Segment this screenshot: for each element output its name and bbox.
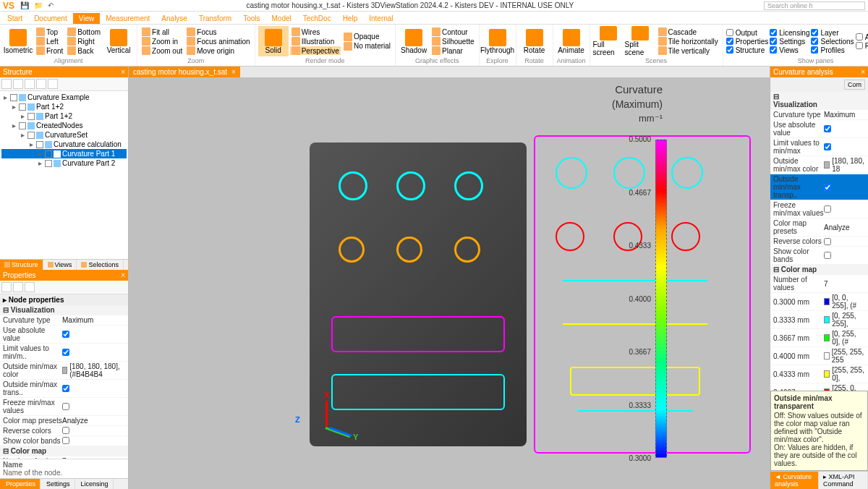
ribbon-tab-view[interactable]: View [73,13,101,24]
save-icon[interactable]: 💾 [20,1,29,9]
planar-button[interactable]: Planar [430,46,475,55]
props-row[interactable]: 0.3000 mm [0, 0, 255], (# [770,293,868,311]
props-row[interactable]: ⊟ Visualization [770,92,868,110]
props-row[interactable]: Outside min/max color [180, 180, 180], (… [0,362,128,380]
attachments-check[interactable]: Attachments [856,33,868,41]
right-tab[interactable]: ◄ Curvature analysis [770,472,819,489]
right-button[interactable]: Right [66,37,102,46]
ribbon-tab-measurement[interactable]: Measurement [100,13,156,24]
move-origin-button[interactable]: Move origin [185,46,251,55]
props-row[interactable]: Color map presetsAnalyze [0,416,128,426]
tile-v-button[interactable]: Tile vertically [657,46,720,55]
collapse-all-button[interactable] [13,79,23,89]
bottom-button[interactable]: Bottom [66,27,102,36]
fullscreen-button[interactable]: Full screen [593,26,624,56]
left-button[interactable]: Left [35,37,64,46]
props-row[interactable]: ⊟ Visualization [0,305,128,315]
flythrough-button[interactable]: Flythrough [482,26,513,56]
open-icon[interactable]: 📁 [34,1,43,9]
front-button[interactable]: Front [35,46,64,55]
tree-node[interactable]: ▸Curvature calculation [1,140,127,149]
panel-tab-views[interactable]: Views [43,260,77,270]
output-check[interactable]: Output [726,29,769,37]
properties-check[interactable]: Properties [726,38,769,46]
structure-tree[interactable]: ▸Curvature Example▸Part 1+2▸Part 1+2▸Cre… [0,91,128,259]
structure-check[interactable]: Structure [726,46,769,54]
tree-node[interactable]: ▸Curvature Part 2 [1,158,127,168]
illustration-button[interactable]: Illustration [290,37,341,46]
props-row[interactable]: 0.3333 mm [0, 255, 255], [770,311,868,329]
undo-icon[interactable]: ↶ [48,1,54,9]
tb-btn-3[interactable] [25,79,35,89]
props-row[interactable]: Outside min/max transp.. [770,174,868,200]
panel-tab-structure[interactable]: Structure [0,260,43,270]
search-input[interactable]: Search online h [764,1,865,10]
props-row[interactable]: Show color bands [0,436,128,446]
props-row[interactable]: Reverse colors [770,237,868,247]
compute-button[interactable]: Com [844,80,865,90]
panel-tab-selections[interactable]: Selections [77,260,124,270]
bottom-tab-settings[interactable]: Settings [41,479,75,489]
bottom-tab-properties[interactable]: Properties [0,479,41,489]
tree-node[interactable]: ▸Curvature Example [1,93,127,102]
props-row[interactable]: Show color bands [770,247,868,265]
props-tb-3[interactable] [25,282,35,292]
views-check[interactable]: Views [770,46,809,54]
ribbon-tab-tools[interactable]: Tools [237,13,265,24]
props-row[interactable]: Freeze min/max values [770,200,868,218]
viewport[interactable]: Curvature (Maximum) mm⁻¹ 0.50000.46670.4… [129,77,770,489]
props-row[interactable]: Outside min/max trans.. [0,380,128,398]
pmi-check[interactable]: PMI [856,42,868,50]
props-row[interactable]: Reverse colors [0,426,128,436]
rotate-button[interactable]: Rotate [519,26,550,56]
props-row[interactable]: Outside min/max color [180, 180, 18 [770,156,868,174]
ribbon-tab-start[interactable]: Start [1,13,28,24]
props-tb-2[interactable] [13,282,23,292]
props-row[interactable]: Use absolute value [770,120,868,138]
props-row[interactable]: Limit values to min/m.. [0,344,128,362]
ribbon-tab-techdoc[interactable]: TechDoc [297,13,337,24]
close-icon[interactable]: × [231,68,236,76]
ribbon-tab-internal[interactable]: Internal [363,13,399,24]
tb-btn-4[interactable] [36,79,46,89]
props-tb-1[interactable] [1,282,12,292]
ribbon-tab-help[interactable]: Help [337,13,364,24]
tree-node[interactable]: ▸CreatedNodes [1,121,127,130]
fit-all-button[interactable]: Fit all [140,27,184,36]
animate-button[interactable]: Animate [556,26,587,56]
axis-gizmo[interactable]: X Y Z [299,401,352,453]
ribbon-tab-model[interactable]: Model [265,13,297,24]
close-icon[interactable]: × [861,68,865,76]
props-row[interactable]: Use absolute value [0,326,128,344]
tree-node[interactable]: ▸CurvatureSet [1,130,127,140]
profiles-check[interactable]: Profiles [811,46,854,54]
props-row[interactable]: Color map presetsAnalyze [770,218,868,237]
nomaterial-button[interactable]: No material [342,42,392,51]
tree-node[interactable]: ▸Curvature Part 1 [1,149,127,158]
split-scene-button[interactable]: Split scene [625,26,655,56]
expand-all-button[interactable] [1,79,12,89]
tile-h-button[interactable]: Tile horizontally [657,37,720,46]
zoom-out-button[interactable]: Zoom out [140,46,184,55]
focus-anim-button[interactable]: Focus animation [185,37,251,46]
settings-check[interactable]: Settings [770,38,809,46]
wires-button[interactable]: Wires [290,27,341,36]
close-icon[interactable]: × [121,68,125,76]
isometric-button[interactable]: Isometric [3,26,33,56]
props-row[interactable]: Limit values to min/max [770,138,868,156]
perspective-button[interactable]: Perspective [290,46,341,55]
silhouette-button[interactable]: Silhouette [430,37,475,46]
ribbon-tab-analyse[interactable]: Analyse [156,13,193,24]
back-button[interactable]: Back [66,46,102,55]
bottom-tab-licensing[interactable]: Licensing [75,479,114,489]
vertical-button[interactable]: Vertical [103,26,134,56]
props-row[interactable]: 0.4333 mm [255, 255, 0], [770,365,868,383]
zoom-in-button[interactable]: Zoom in [140,37,184,46]
props-row[interactable]: Number of values7 [770,275,868,293]
tree-node[interactable]: ▸Part 1+2 [1,111,127,121]
props-row[interactable]: Freeze min/max values [0,398,128,416]
props-row[interactable]: ⊟ Color map [770,265,868,275]
props-row[interactable]: 0.4667 mm [255, 0, 0], (# [770,383,868,391]
cascade-button[interactable]: Cascade [657,27,720,36]
shadow-button[interactable]: Shadow [399,26,429,56]
